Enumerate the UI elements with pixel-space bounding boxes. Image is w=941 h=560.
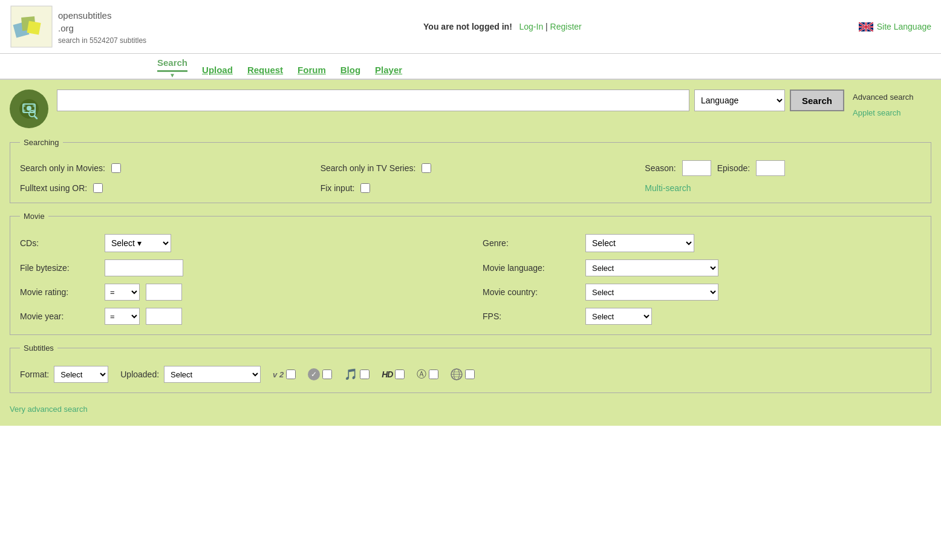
advanced-search-link[interactable]: Advanced search xyxy=(853,93,913,102)
logo-icon xyxy=(10,5,53,48)
search-input[interactable] xyxy=(57,90,689,111)
site-language-area[interactable]: Site Language xyxy=(859,22,931,31)
badge-ai: Ⓐ xyxy=(417,368,438,381)
format-area: Format: Select xyxy=(20,366,108,383)
season-episode-row: Season: Episode: xyxy=(620,160,921,176)
searching-legend: Searching xyxy=(20,138,63,147)
uploaded-area: Uploaded: Select xyxy=(120,366,261,383)
movie-language-row: Movie language: Select xyxy=(483,259,921,276)
checked-icon: ✓ xyxy=(308,368,320,380)
nav-request[interactable]: Request xyxy=(247,61,283,79)
fix-input-checkbox[interactable] xyxy=(360,183,370,193)
login-link[interactable]: Log-In xyxy=(519,22,543,31)
movie-fieldset: Movie CDs: Select ▾ 1234 File bytesize: xyxy=(10,212,931,335)
genre-row: Genre: Select xyxy=(483,234,921,252)
movie-rating-row: Movie rating: =<><=>= xyxy=(20,284,458,301)
search-icon-circle xyxy=(10,90,48,128)
badge-hd: HD xyxy=(382,370,405,379)
header-auth-area: You are not logged in! Log-In | Register xyxy=(146,22,859,31)
applet-search-link[interactable]: Applet search xyxy=(853,108,901,117)
film-search-icon xyxy=(18,98,40,120)
hd-icon: HD xyxy=(382,370,392,379)
hi-checkbox[interactable] xyxy=(360,370,370,379)
episode-input[interactable] xyxy=(756,160,785,176)
multi-search-link[interactable]: Multi-search xyxy=(645,183,691,193)
movie-language-select[interactable]: Select xyxy=(585,259,718,276)
multi-search-row: Multi-search xyxy=(620,183,921,193)
subtitles-fieldset: Subtitles Format: Select Uploaded: Selec… xyxy=(10,343,931,393)
movies-row: Search only in Movies: xyxy=(20,163,321,173)
subtitles-row: Format: Select Uploaded: Select v 2 ✓ xyxy=(20,366,921,383)
fps-select[interactable]: Select 23.976242529.9730 xyxy=(585,308,652,325)
language-select[interactable]: Language xyxy=(694,90,785,111)
fulltext-row: Fulltext using OR: xyxy=(20,183,321,193)
subtitles-legend: Subtitles xyxy=(20,343,57,353)
site-language-link[interactable]: Site Language xyxy=(877,22,931,31)
globe-icon xyxy=(451,368,463,380)
file-bytesize-label: File bytesize: xyxy=(20,263,99,273)
nav-search[interactable]: Search xyxy=(157,54,187,72)
badge-checked: ✓ xyxy=(308,368,332,380)
ai-checkbox[interactable] xyxy=(429,370,438,379)
movie-country-row: Movie country: Select xyxy=(483,284,921,301)
file-bytesize-input[interactable] xyxy=(105,259,183,276)
tv-series-checkbox[interactable] xyxy=(422,163,431,173)
svg-rect-12 xyxy=(859,26,873,27)
format-label: Format: xyxy=(20,370,49,379)
tv-series-row: Search only in TV Series: xyxy=(321,163,621,173)
bottom-link-area: Very advanced search xyxy=(10,402,931,416)
logo-text: opensubtitles.org xyxy=(58,9,146,34)
register-link[interactable]: Register xyxy=(550,22,582,31)
rating-operator-select[interactable]: =<><=>= xyxy=(105,284,140,301)
nav-upload[interactable]: Upload xyxy=(202,61,233,79)
movie-rating-input[interactable] xyxy=(146,284,182,301)
uploaded-select[interactable]: Select xyxy=(164,366,261,383)
episode-label: Episode: xyxy=(717,163,750,173)
movie-country-select[interactable]: Select xyxy=(585,284,718,301)
tv-series-label: Search only in TV Series: xyxy=(321,163,416,173)
fulltext-label: Fulltext using OR: xyxy=(20,183,87,193)
cds-row: CDs: Select ▾ 1234 xyxy=(20,234,458,252)
year-operator-select[interactable]: =<><=>= xyxy=(105,308,140,325)
badge-v2: v 2 xyxy=(273,370,296,379)
svg-line-21 xyxy=(34,116,37,119)
search-top-row: Language Search Advanced search Applet s… xyxy=(10,90,931,128)
search-bar-area: Language Search xyxy=(57,90,844,111)
advanced-links-area: Advanced search Applet search xyxy=(853,90,931,121)
movie-year-input[interactable] xyxy=(146,308,182,325)
main-content: Language Search Advanced search Applet s… xyxy=(0,80,941,426)
svg-rect-3 xyxy=(27,21,41,34)
fulltext-checkbox[interactable] xyxy=(93,183,103,193)
fps-row: FPS: Select 23.976242529.9730 xyxy=(483,308,921,325)
v2-text: v 2 xyxy=(273,370,284,379)
movie-year-label: Movie year: xyxy=(20,311,99,321)
movie-rating-label: Movie rating: xyxy=(20,287,99,297)
svg-point-17 xyxy=(33,105,35,107)
nav-forum[interactable]: Forum xyxy=(298,61,326,79)
genre-select[interactable]: Select xyxy=(585,234,694,252)
svg-point-15 xyxy=(27,106,31,111)
movies-label: Search only in Movies: xyxy=(20,163,105,173)
not-logged-message: You are not logged in! xyxy=(423,22,512,31)
format-select[interactable]: Select xyxy=(54,366,108,383)
flag-icon xyxy=(859,22,873,31)
checked-checkbox[interactable] xyxy=(322,370,332,379)
uploaded-label: Uploaded: xyxy=(120,370,159,379)
svg-point-16 xyxy=(23,105,25,107)
v2-checkbox[interactable] xyxy=(286,370,296,379)
very-advanced-search-link[interactable]: Very advanced search xyxy=(10,405,88,414)
season-input[interactable] xyxy=(682,160,711,176)
badge-globe xyxy=(451,368,475,380)
subtitle-count: search in 5524207 subtitles xyxy=(58,36,146,45)
search-button[interactable]: Search xyxy=(790,90,844,111)
nav-player[interactable]: Player xyxy=(375,61,402,79)
movie-language-label: Movie language: xyxy=(483,263,579,273)
hd-checkbox[interactable] xyxy=(395,370,405,379)
globe-checkbox[interactable] xyxy=(465,370,475,379)
hearing-impaired-icon: 🎵 xyxy=(344,368,357,381)
nav-blog[interactable]: Blog xyxy=(340,61,360,79)
cds-select[interactable]: Select ▾ 1234 xyxy=(105,234,171,252)
main-nav: Search ▼ Upload Request Forum Blog Playe… xyxy=(0,54,941,80)
movie-country-label: Movie country: xyxy=(483,287,579,297)
movies-checkbox[interactable] xyxy=(111,163,121,173)
